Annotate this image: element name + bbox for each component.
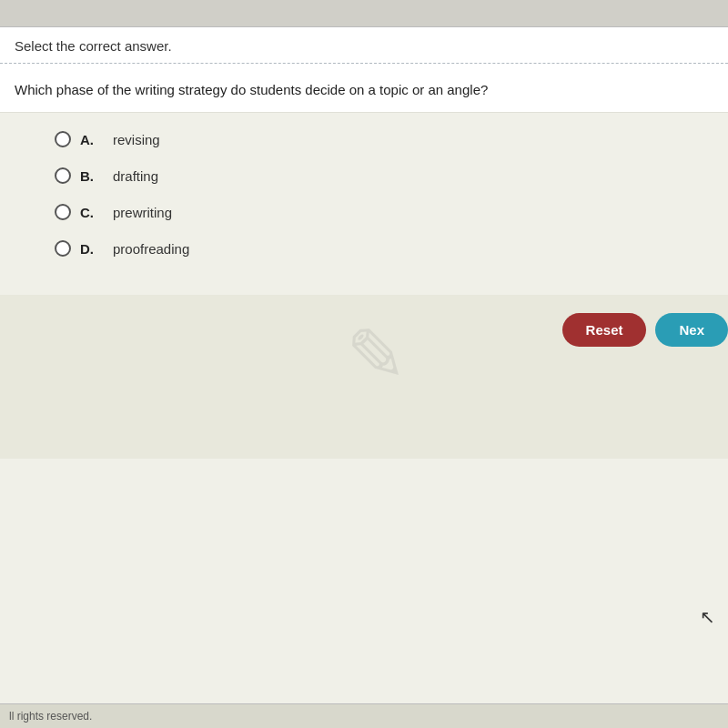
option-text-d: proofreading	[113, 241, 189, 257]
radio-b[interactable]	[55, 167, 71, 184]
option-row-d[interactable]: D. proofreading	[55, 240, 692, 257]
next-button[interactable]: Nex	[655, 313, 728, 347]
option-label-d: D.	[80, 241, 98, 257]
top-bar	[0, 0, 728, 27]
question-section: Which phase of the writing strategy do s…	[0, 64, 728, 113]
radio-a[interactable]	[55, 131, 71, 147]
radio-d[interactable]	[55, 240, 71, 257]
header-section: Select the correct answer.	[0, 27, 728, 64]
option-label-b: B.	[80, 168, 98, 184]
option-row-a[interactable]: A. revising	[55, 131, 692, 147]
option-row-b[interactable]: B. drafting	[55, 167, 692, 184]
options-section: A. revising B. drafting C. prewriting D.…	[0, 113, 728, 295]
footer: ll rights reserved.	[0, 703, 728, 728]
buttons-section: Reset Nex	[0, 295, 728, 365]
cursor-icon: ↖	[700, 606, 715, 628]
option-text-c: prewriting	[113, 205, 172, 220]
reset-button[interactable]: Reset	[562, 313, 647, 347]
option-text-b: drafting	[113, 168, 158, 184]
background-area: ✎ Reset Nex	[0, 295, 728, 459]
question-text: Which phase of the writing strategy do s…	[15, 82, 488, 97]
header-title: Select the correct answer.	[15, 38, 172, 54]
option-label-c: C.	[80, 205, 98, 220]
option-text-a: revising	[113, 132, 160, 147]
option-row-c[interactable]: C. prewriting	[55, 204, 692, 220]
footer-text: ll rights reserved.	[9, 710, 92, 723]
radio-c[interactable]	[55, 204, 71, 220]
option-label-a: A.	[80, 132, 98, 147]
